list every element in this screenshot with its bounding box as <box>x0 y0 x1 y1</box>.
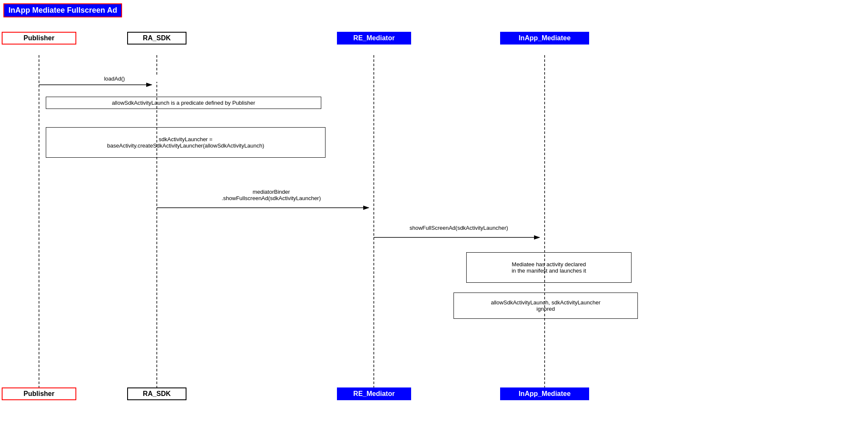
participant-inapp-mediatee-top: InApp_Mediatee <box>500 32 589 45</box>
diagram-title: InApp Mediatee Fullscreen Ad <box>3 3 122 17</box>
diagram-svg <box>0 0 868 432</box>
label-show-fullscreen: showFullScreenAd(sdkActivityLauncher) <box>377 225 540 231</box>
participant-ra-sdk-top: RA_SDK <box>127 32 186 45</box>
participant-ra-sdk-bot: RA_SDK <box>127 387 186 400</box>
note-sdk-activity: sdkActivityLauncher = baseActivity.creat… <box>46 127 326 158</box>
label-mediator-binder: mediatorBinder .showFullscreenAd(sdkActi… <box>182 189 360 201</box>
note-allow-sdk-ignored: allowSdkActivityLaunch, sdkActivityLaunc… <box>453 293 638 319</box>
note-mediatee-activity: Mediatee has activity declared in the ma… <box>466 252 632 283</box>
diagram-container: InApp Mediatee Fullscreen Ad Publisher R… <box>0 0 868 432</box>
note-allow-sdk: allowSdkActivityLaunch is a predicate de… <box>46 97 321 109</box>
label-load-ad: loadAd() <box>68 75 161 82</box>
participant-publisher-bot: Publisher <box>2 387 76 400</box>
participant-re-mediator-top: RE_Mediator <box>337 32 411 45</box>
participant-publisher-top: Publisher <box>2 32 76 45</box>
participant-re-mediator-bot: RE_Mediator <box>337 387 411 400</box>
participant-inapp-mediatee-bot: InApp_Mediatee <box>500 387 589 400</box>
